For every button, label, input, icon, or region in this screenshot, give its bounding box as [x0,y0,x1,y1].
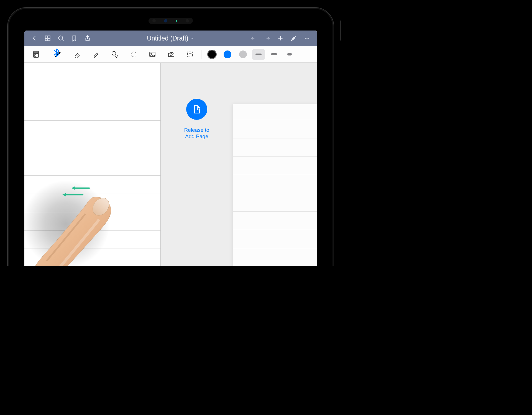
svg-rect-1 [48,36,50,38]
device-frame: Untitled (Draft) [7,7,334,266]
grid-view-button[interactable] [42,32,54,44]
color-swatch-blue[interactable] [224,50,231,58]
pen-tool[interactable] [50,48,66,61]
document-title[interactable]: Untitled (Draft) [94,35,248,42]
add-page-button[interactable] [186,99,207,120]
device-side-button [340,21,341,41]
app-screen: Untitled (Draft) [24,31,317,266]
header-bar: Untitled (Draft) [24,31,317,46]
add-page-label: Release to Add Page [184,127,209,140]
lasso-tool[interactable] [125,48,142,61]
document-title-text: Untitled (Draft) [147,35,188,42]
svg-point-18 [170,54,172,56]
svg-point-14 [112,51,116,55]
thickness-thin[interactable] [252,49,265,60]
stylus-toggle-button[interactable] [288,32,300,44]
highlighter-tool[interactable] [88,48,104,61]
svg-point-11 [308,38,309,39]
bookmark-button[interactable] [68,32,80,44]
chevron-down-icon [190,35,195,42]
svg-rect-12 [34,51,39,57]
search-button[interactable] [55,32,67,44]
canvas-area[interactable]: Release to Add Page [24,63,317,266]
undo-button[interactable] [248,32,260,44]
note-page-next[interactable] [233,104,317,266]
device-camera-strip [149,18,193,24]
svg-rect-0 [45,36,47,38]
svg-rect-16 [150,52,155,57]
svg-point-15 [131,52,136,57]
svg-rect-13 [34,55,36,56]
eraser-tool[interactable] [69,48,85,61]
bluetooth-badge-icon [52,48,61,58]
more-button[interactable] [301,32,313,44]
add-page-gap: Release to Add Page [161,63,233,266]
add-button[interactable] [274,32,287,44]
svg-rect-3 [48,39,50,41]
share-button[interactable] [81,32,94,44]
redo-button[interactable] [261,32,273,44]
thickness-medium[interactable] [267,49,281,60]
thickness-thick[interactable] [283,49,296,60]
svg-point-17 [151,53,152,54]
svg-point-10 [306,38,307,39]
image-tool[interactable] [144,48,161,61]
svg-rect-2 [45,39,47,41]
toolbar-separator [201,50,201,59]
svg-line-5 [62,40,64,41]
camera-tool[interactable] [163,48,180,61]
tool-toolbar [24,46,317,63]
shape-tool[interactable] [106,48,123,61]
color-swatch-black[interactable] [208,50,216,58]
back-button[interactable] [28,32,40,44]
color-swatch-gray[interactable] [239,50,247,58]
page-template-tool[interactable] [28,48,44,61]
svg-line-8 [291,36,296,41]
note-page-current[interactable] [24,63,161,266]
text-tool[interactable] [182,48,198,61]
svg-point-4 [58,36,63,40]
svg-point-9 [305,38,306,39]
